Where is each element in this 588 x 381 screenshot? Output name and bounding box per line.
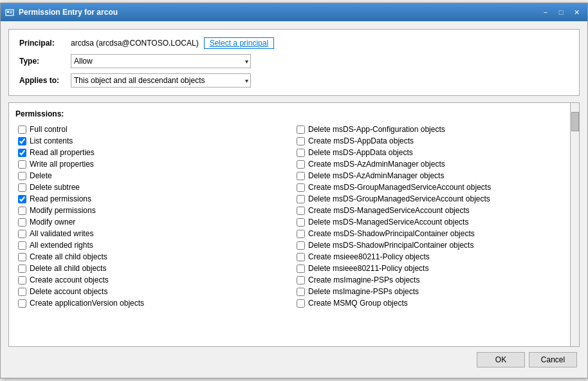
perm-label[interactable]: Delete account objects [30,287,107,296]
applies-dropdown[interactable]: This object and all descendant objects T… [71,73,251,88]
perm-label[interactable]: Delete [30,171,52,180]
perm-right-item: Delete msDS-GroupManagedServiceAccount o… [294,193,573,205]
perm-label[interactable]: Delete msieee80211-Policy objects [308,264,428,273]
perm-label[interactable]: Create account objects [30,275,109,284]
principal-label: Principal: [19,39,71,48]
perm-label[interactable]: Read permissions [30,194,91,203]
cancel-button[interactable]: Cancel [529,352,577,367]
perm-left-item: Modify owner [15,216,294,228]
perm-checkbox[interactable] [18,195,26,203]
perm-checkbox[interactable] [18,230,26,238]
perm-checkbox[interactable] [297,125,305,134]
perm-checkbox[interactable] [297,183,305,192]
perm-right-item: Delete msDS-ShadowPrincipalContainer obj… [294,239,573,251]
perm-label[interactable]: Create MSMQ Group objects [308,299,408,308]
permissions-section: Permissions: Full controlDelete msDS-App… [8,102,580,347]
perm-checkbox[interactable] [297,241,305,250]
perm-left-item: Create account objects [15,274,294,286]
maximize-button[interactable]: □ [554,6,568,18]
perm-checkbox[interactable] [18,288,26,296]
perm-checkbox[interactable] [297,299,305,308]
perm-label[interactable]: Create applicationVersion objects [30,299,144,308]
perm-label[interactable]: List contents [30,136,73,145]
perm-checkbox[interactable] [297,172,305,180]
perm-checkbox[interactable] [297,149,305,157]
title-bar-buttons: − □ ✕ [538,6,583,18]
perm-right-item: Create msDS-AzAdminManager objects [294,158,573,170]
perm-right-item: Create msDS-GroupManagedServiceAccount o… [294,181,573,193]
perm-checkbox[interactable] [297,195,305,203]
perm-checkbox[interactable] [297,230,305,238]
perm-label[interactable]: Read all properties [30,148,95,157]
applies-label: Applies to: [19,76,71,85]
perm-checkbox[interactable] [297,218,305,227]
window-icon [5,7,15,17]
perm-label[interactable]: Delete msDS-ManagedServiceAccount object… [308,218,468,227]
perm-left-item: Read permissions [15,193,294,205]
perm-label[interactable]: Delete msDS-AzAdminManager objects [308,171,444,180]
perm-checkbox[interactable] [297,288,305,296]
applies-dropdown-wrapper: This object and all descendant objects T… [71,73,251,88]
perm-label[interactable]: Create msDS-AzAdminManager objects [308,160,445,169]
perm-left-item: All validated writes [15,228,294,239]
perm-checkbox[interactable] [18,265,26,273]
perm-checkbox[interactable] [297,207,305,215]
perm-checkbox[interactable] [18,276,26,284]
perm-label[interactable]: Create msDS-GroupManagedServiceAccount o… [308,183,491,192]
perm-checkbox[interactable] [18,125,26,134]
perm-left-item: Delete subtree [15,181,294,193]
ok-button[interactable]: OK [477,352,525,367]
perm-checkbox[interactable] [18,241,26,250]
perm-right-item: Delete msImagine-PSPs objects [294,286,573,297]
perm-label[interactable]: Delete subtree [30,183,80,192]
perm-checkbox[interactable] [18,253,26,261]
perm-label[interactable]: Delete msDS-GroupManagedServiceAccount o… [308,194,490,203]
perm-checkbox[interactable] [18,207,26,215]
perm-label[interactable]: Create msDS-ShadowPrincipalContainer obj… [308,229,475,238]
perm-label[interactable]: Delete msDS-ShadowPrincipalContainer obj… [308,241,473,250]
window-content: Principal: arcdsa (arcdsa@CONTOSO.LOCAL)… [1,21,587,378]
perm-checkbox[interactable] [297,276,305,284]
perm-label[interactable]: Delete msDS-AppData objects [308,148,413,157]
perm-checkbox[interactable] [297,253,305,261]
perm-label[interactable]: Delete msImagine-PSPs objects [308,287,419,296]
type-dropdown-wrapper: Allow Deny ▾ [71,54,251,68]
minimize-button[interactable]: − [538,6,553,18]
perm-label[interactable]: Create msDS-ManagedServiceAccount object… [308,206,470,215]
perm-label[interactable]: Create all child objects [30,252,107,261]
perm-left-item: Create applicationVersion objects [15,297,294,309]
perm-label[interactable]: Create msieee80211-Policy objects [308,252,430,261]
scrollbar[interactable] [570,103,579,346]
perm-label[interactable]: All extended rights [30,241,93,250]
perm-label[interactable]: Modify permissions [30,206,96,215]
perm-label[interactable]: Modify owner [30,218,75,227]
perm-right-item: Create msieee80211-Policy objects [294,251,573,263]
perm-label[interactable]: Write all properties [30,160,94,169]
perm-checkbox[interactable] [297,160,305,169]
perm-label[interactable]: Create msImagine-PSPs objects [308,275,419,284]
perm-checkbox[interactable] [18,160,26,169]
main-window: Permission Entry for arcou − □ ✕ Princip… [0,3,588,378]
perm-label[interactable]: Full control [30,125,68,134]
perm-right-item: Delete msDS-ManagedServiceAccount object… [294,216,573,228]
perm-checkbox[interactable] [18,149,26,157]
perm-checkbox[interactable] [297,137,305,145]
perm-label[interactable]: All validated writes [30,229,93,238]
type-dropdown[interactable]: Allow Deny [71,54,251,68]
svg-rect-1 [7,11,9,13]
perm-checkbox[interactable] [18,137,26,145]
perm-checkbox[interactable] [18,172,26,180]
perm-checkbox[interactable] [297,265,305,273]
perm-checkbox[interactable] [18,299,26,308]
close-button[interactable]: ✕ [569,6,583,18]
perm-left-item: Write all properties [15,158,294,170]
perm-label[interactable]: Delete msDS-App-Configuration objects [308,125,445,134]
perm-right-item: Delete msDS-AzAdminManager objects [294,170,573,181]
perm-label[interactable]: Create msDS-AppData objects [308,136,414,145]
select-principal-button[interactable]: Select a principal [204,37,274,49]
perm-checkbox[interactable] [18,183,26,192]
perm-label[interactable]: Delete all child objects [30,264,106,273]
permissions-label: Permissions: [15,109,573,118]
principal-row: Principal: arcdsa (arcdsa@CONTOSO.LOCAL)… [19,37,569,49]
perm-checkbox[interactable] [18,218,26,227]
